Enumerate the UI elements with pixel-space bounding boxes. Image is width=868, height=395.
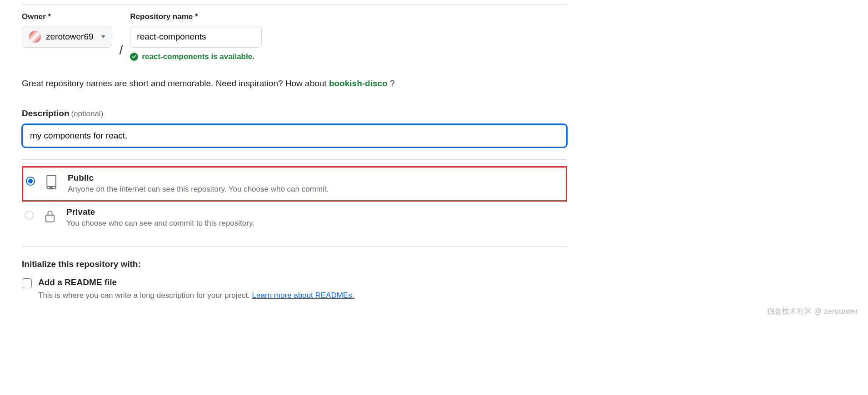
repo-icon: [44, 174, 59, 190]
section-divider: [22, 159, 567, 160]
visibility-public-title: Public: [68, 173, 329, 183]
visibility-public-desc: Anyone on the internet can see this repo…: [68, 185, 329, 194]
check-circle-icon: [130, 53, 138, 61]
readme-learn-more-link[interactable]: Learn more about READMEs.: [252, 291, 354, 300]
owner-repo-separator: /: [120, 43, 123, 61]
visibility-private-desc: You choose who can see and commit to thi…: [66, 219, 254, 228]
section-divider-2: [22, 246, 567, 247]
availability-text: react-components is available.: [142, 52, 254, 61]
radio-public[interactable]: [26, 177, 35, 186]
owner-label: Owner *: [22, 12, 112, 21]
repo-name-input[interactable]: [130, 26, 262, 48]
chevron-down-icon: [101, 35, 105, 38]
owner-name: zerotower69: [46, 32, 94, 42]
visibility-option-private[interactable]: Private You choose who can see and commi…: [22, 202, 567, 234]
description-input[interactable]: [22, 124, 567, 148]
svg-rect-0: [46, 215, 54, 222]
top-divider: [22, 5, 567, 5]
owner-avatar-icon: [29, 30, 41, 43]
name-suggestion-link[interactable]: bookish-disco: [329, 79, 388, 88]
readme-desc: This is where you can write a long descr…: [38, 291, 567, 300]
initialize-heading: Initialize this repository with:: [22, 259, 567, 269]
description-optional: (optional): [71, 109, 103, 118]
repo-name-label: Repository name *: [130, 12, 262, 21]
lock-icon: [43, 208, 57, 224]
readme-label: Add a README file: [38, 277, 117, 287]
readme-checkbox[interactable]: [22, 278, 32, 288]
owner-select[interactable]: zerotower69: [22, 26, 112, 48]
visibility-option-public[interactable]: Public Anyone on the internet can see th…: [22, 166, 567, 202]
description-label: Description: [22, 109, 70, 118]
visibility-private-title: Private: [66, 207, 254, 217]
inspiration-text: Great repository names are short and mem…: [22, 79, 567, 89]
radio-private[interactable]: [25, 211, 34, 220]
